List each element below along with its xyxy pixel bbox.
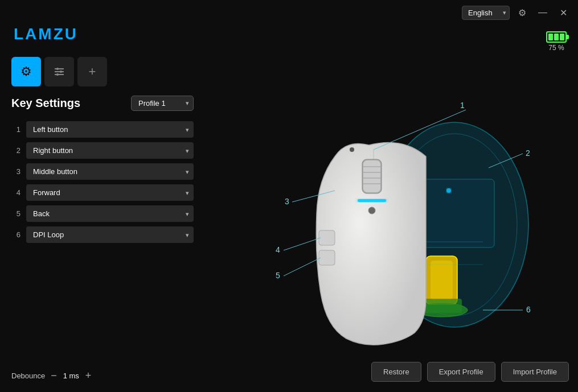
settings-button[interactable]: ⚙ <box>514 5 530 20</box>
svg-line-37 <box>284 258 321 276</box>
minimize-button[interactable]: — <box>535 5 551 20</box>
battery-segment-1 <box>548 34 553 40</box>
svg-text:4: 4 <box>276 245 280 254</box>
svg-rect-24 <box>319 230 335 245</box>
svg-text:3: 3 <box>285 197 289 206</box>
tab-key-settings[interactable]: ⚙ <box>11 57 41 86</box>
svg-point-28 <box>350 147 354 152</box>
key-num-4: 4 <box>11 188 21 197</box>
mouse-diagram: 1 2 3 4 5 6 <box>232 88 551 350</box>
key-select-1[interactable]: Left buttonRight buttonMiddle button <box>26 121 194 138</box>
key-select-wrapper-2: Right buttonLeft buttonMiddle button <box>26 142 194 159</box>
key-rows: 1 Left buttonRight buttonMiddle button 2… <box>11 121 194 243</box>
close-button[interactable]: ✕ <box>555 5 571 20</box>
svg-rect-14 <box>422 299 462 313</box>
debounce-value: 1 ms <box>63 372 80 380</box>
battery-segment-3 <box>560 34 564 40</box>
main-panel: Key Settings Profile 1 Profile 2 Profile… <box>11 96 194 243</box>
debounce-minus-button[interactable]: − <box>50 370 58 381</box>
panel-header: Key Settings Profile 1 Profile 2 Profile… <box>11 96 194 111</box>
key-select-3[interactable]: Middle buttonLeft buttonRight button <box>26 163 194 180</box>
key-select-wrapper-3: Middle buttonLeft buttonRight button <box>26 163 194 180</box>
key-select-6[interactable]: DPI LoopForwardBack <box>26 226 194 243</box>
svg-rect-26 <box>358 199 386 202</box>
profile-select[interactable]: Profile 1 Profile 2 Profile 3 <box>131 96 194 111</box>
svg-rect-25 <box>319 250 335 265</box>
key-select-5[interactable]: BackForwardDPI Loop <box>26 205 194 222</box>
svg-text:6: 6 <box>526 305 531 314</box>
key-num-2: 2 <box>11 146 21 155</box>
key-row-6: 6 DPI LoopForwardBack <box>11 226 194 243</box>
key-select-4[interactable]: ForwardBackDPI Loop <box>26 184 194 201</box>
debounce-plus-button[interactable]: + <box>84 370 93 381</box>
battery-percentage: 75 % <box>548 44 564 52</box>
tab-bar: ⚙ + <box>11 57 107 86</box>
key-select-wrapper-1: Left buttonRight buttonMiddle button <box>26 121 194 138</box>
profile-select-wrapper: Profile 1 Profile 2 Profile 3 <box>131 96 194 111</box>
mouse-area: 1 2 3 4 5 6 <box>205 80 578 358</box>
key-row-2: 2 Right buttonLeft buttonMiddle button <box>11 142 194 159</box>
key-select-wrapper-6: DPI LoopForwardBack <box>26 226 194 243</box>
svg-point-3 <box>56 68 59 70</box>
bottom-buttons: Restore Export Profile Import Profile <box>371 362 569 382</box>
svg-line-35 <box>284 238 321 250</box>
debounce-row: Debounce − 1 ms + <box>11 370 92 381</box>
battery-area: 75 % <box>546 31 567 52</box>
svg-text:2: 2 <box>526 148 530 158</box>
battery-icon <box>546 31 567 43</box>
svg-rect-12 <box>431 261 453 300</box>
svg-text:5: 5 <box>276 271 280 280</box>
battery-segment-2 <box>554 34 559 40</box>
svg-text:1: 1 <box>460 101 465 110</box>
key-row-1: 1 Left buttonRight buttonMiddle button <box>11 121 194 138</box>
key-num-6: 6 <box>11 230 21 239</box>
svg-point-5 <box>56 73 59 76</box>
debounce-label: Debounce <box>11 372 45 380</box>
language-wrapper: English 中文 Deutsch <box>462 6 510 20</box>
panel-title: Key Settings <box>11 97 80 110</box>
import-profile-button[interactable]: Import Profile <box>501 362 569 382</box>
key-row-5: 5 BackForwardDPI Loop <box>11 205 194 222</box>
tab-adjustments[interactable] <box>44 57 74 86</box>
key-select-wrapper-5: BackForwardDPI Loop <box>26 205 194 222</box>
svg-rect-8 <box>415 179 494 247</box>
svg-rect-19 <box>363 160 380 192</box>
key-row-3: 3 Middle buttonLeft buttonRight button <box>11 163 194 180</box>
app-logo: LAMZU <box>14 25 78 43</box>
svg-point-17 <box>446 188 451 193</box>
key-num-5: 5 <box>11 209 21 218</box>
restore-button[interactable]: Restore <box>371 362 421 382</box>
svg-point-4 <box>60 71 62 73</box>
language-select[interactable]: English 中文 Deutsch <box>462 6 510 20</box>
title-bar: English 中文 Deutsch ⚙ — ✕ <box>0 0 578 25</box>
tab-add[interactable]: + <box>77 57 107 86</box>
key-select-2[interactable]: Right buttonLeft buttonMiddle button <box>26 142 194 159</box>
key-num-1: 1 <box>11 125 21 134</box>
key-num-3: 3 <box>11 167 21 176</box>
svg-point-27 <box>368 207 375 214</box>
key-select-wrapper-4: ForwardBackDPI Loop <box>26 184 194 201</box>
key-row-4: 4 ForwardBackDPI Loop <box>11 184 194 201</box>
export-profile-button[interactable]: Export Profile <box>427 362 495 382</box>
